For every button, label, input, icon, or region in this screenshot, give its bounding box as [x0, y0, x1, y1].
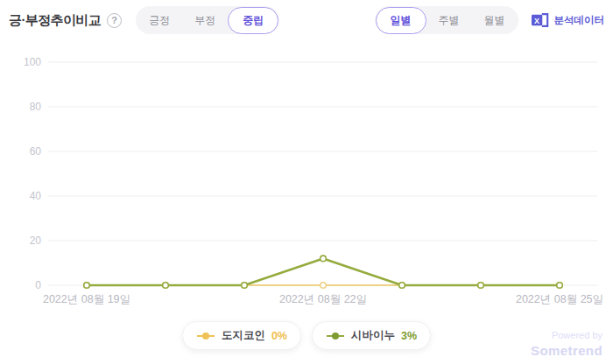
tab-negative[interactable]: 부정 — [182, 6, 228, 34]
widget-header: 긍·부정추이비교 ? 긍정부정중립 일별주별월별 X 분석데이터 — [0, 5, 613, 35]
sentiment-tab-group: 긍정부정중립 — [136, 6, 279, 34]
series-line-dot-icon — [196, 332, 215, 340]
svg-text:40: 40 — [30, 190, 42, 202]
series-percent: 0% — [271, 330, 287, 342]
series-name: 도지코인 — [222, 328, 265, 343]
svg-text:100: 100 — [24, 56, 41, 68]
sentiment-trend-widget: 긍·부정추이비교 ? 긍정부정중립 일별주별월별 X 분석데이터 0204060… — [0, 0, 613, 364]
brand-logo-text: Sometrend — [531, 342, 602, 360]
page-title: 긍·부정추이비교 — [9, 12, 101, 29]
svg-text:2022년 08월 22일: 2022년 08월 22일 — [279, 293, 367, 305]
svg-text:60: 60 — [30, 145, 42, 158]
export-data-button[interactable]: X 분석데이터 — [531, 11, 605, 29]
tab-weekly[interactable]: 주별 — [426, 6, 472, 34]
svg-text:0: 0 — [35, 279, 41, 291]
help-icon[interactable]: ? — [107, 13, 122, 28]
series-name: 시바이누 — [351, 328, 395, 343]
svg-text:2022년 08월 19일: 2022년 08월 19일 — [43, 293, 130, 305]
tab-positive[interactable]: 긍정 — [137, 6, 182, 34]
series-line-dot-icon — [326, 332, 345, 340]
excel-icon: X — [531, 11, 550, 29]
tab-daily[interactable]: 일별 — [376, 7, 426, 34]
tab-neutral[interactable]: 중립 — [228, 7, 278, 34]
svg-text:2022년 08월 25일: 2022년 08월 25일 — [516, 293, 603, 305]
powered-by: Powered by Sometrend — [531, 329, 602, 360]
legend-dogecoin[interactable]: 도지코인0% — [182, 321, 301, 350]
svg-text:20: 20 — [30, 234, 42, 247]
svg-text:X: X — [534, 17, 539, 25]
svg-text:80: 80 — [30, 101, 42, 113]
period-tab-group: 일별주별월별 — [375, 6, 518, 34]
trend-chart: 0204060801002022년 08월 19일2022년 08월 22일20… — [0, 51, 613, 313]
chart-legend: 도지코인0%시바이누3% — [0, 321, 613, 350]
export-label: 분석데이터 — [554, 14, 605, 27]
tab-monthly[interactable]: 월별 — [472, 6, 518, 34]
series-percent: 3% — [401, 330, 417, 342]
legend-shibainu[interactable]: 시바이누3% — [312, 321, 431, 350]
powered-by-text: Powered by — [531, 329, 602, 342]
